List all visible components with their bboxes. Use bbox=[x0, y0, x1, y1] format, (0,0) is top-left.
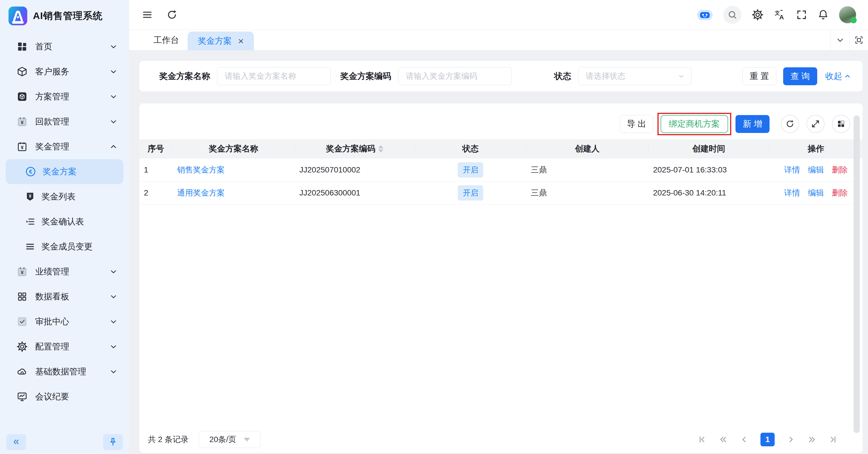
sidebar-subitem-bonus-list[interactable]: ¥ 奖金列表 bbox=[0, 184, 129, 209]
online-status-dot bbox=[850, 17, 857, 23]
detail-link[interactable]: 详情 bbox=[784, 165, 800, 175]
fullscreen-icon[interactable] bbox=[796, 9, 807, 21]
checkbox-icon bbox=[17, 316, 28, 327]
delete-link[interactable]: 删除 bbox=[832, 188, 848, 198]
collapse-filters-link[interactable]: 收起 bbox=[825, 70, 851, 82]
col-header-creator: 创建人 bbox=[526, 143, 649, 154]
sidebar-subitem-bonus-plan[interactable]: € 奖金方案 bbox=[6, 159, 123, 184]
gear-icon bbox=[17, 341, 28, 352]
filter-panel: 奖金方案名称 奖金方案编码 状态 请选择状态 重 置 查 询 bbox=[139, 61, 863, 91]
status-select[interactable]: 请选择状态 bbox=[578, 67, 691, 85]
back-pages-button[interactable] bbox=[718, 435, 727, 444]
sidebar-subitem-bonus-member-change[interactable]: 奖金成员变更 bbox=[0, 234, 129, 259]
forward-pages-button[interactable] bbox=[808, 435, 817, 444]
select-placeholder: 请选择状态 bbox=[586, 71, 625, 82]
bonus-plan-name-link[interactable]: 通用奖金方案 bbox=[177, 188, 225, 198]
pagination-bar: 共 2 条记录 20条/页 1 bbox=[139, 426, 863, 453]
vertical-scrollbar-thumb[interactable] bbox=[854, 115, 860, 433]
sort-carets-icon[interactable] bbox=[378, 145, 383, 152]
pin-icon bbox=[108, 437, 118, 447]
user-avatar[interactable] bbox=[839, 6, 856, 23]
sidebar-item-payment-management[interactable]: ¥ 回款管理 bbox=[0, 109, 129, 134]
col-header-code[interactable]: 奖金方案编码 bbox=[295, 143, 415, 154]
cell-index: 2 bbox=[139, 188, 173, 197]
chevron-down-icon bbox=[109, 267, 118, 276]
settings-gear-icon[interactable] bbox=[752, 9, 764, 21]
sidebar-item-label: 基础数据管理 bbox=[35, 366, 109, 377]
brand[interactable]: AI销售管理系统 bbox=[0, 0, 129, 32]
topbar: 文A bbox=[129, 0, 868, 30]
bell-icon[interactable] bbox=[817, 9, 829, 21]
sidebar-item-meeting-minutes[interactable]: 会议纪要 bbox=[0, 384, 129, 409]
hamburger-menu-icon[interactable] bbox=[142, 9, 153, 21]
sidebar-item-label: 审批中心 bbox=[35, 316, 109, 328]
sidebar-item-base-data-management[interactable]: 基础数据管理 bbox=[0, 359, 129, 384]
sidebar-item-solution-management[interactable]: 方案管理 bbox=[0, 84, 129, 109]
tab-bonus-plan[interactable]: 奖金方案 × bbox=[188, 31, 254, 50]
sidebar-collapse-button[interactable]: « bbox=[6, 434, 26, 450]
sidebar-item-data-dashboard[interactable]: 数据看板 bbox=[0, 284, 129, 309]
sidebar-item-approval-center[interactable]: 审批中心 bbox=[0, 309, 129, 334]
indent-list-icon bbox=[25, 217, 35, 227]
bonus-plan-code-input[interactable] bbox=[398, 67, 512, 85]
reset-button[interactable]: 重 置 bbox=[742, 67, 776, 85]
svg-text:¥: ¥ bbox=[21, 120, 24, 125]
cell-created-at: 2025-06-30 14:20:11 bbox=[648, 188, 769, 197]
cell-creator: 三鼎 bbox=[526, 188, 649, 198]
add-button[interactable]: 新 增 bbox=[736, 115, 770, 133]
sidebar-pin-button[interactable] bbox=[103, 434, 123, 450]
double-chevron-left-icon: « bbox=[13, 436, 19, 447]
translate-icon[interactable]: 文A bbox=[774, 9, 786, 21]
export-button[interactable]: 导 出 bbox=[620, 115, 653, 133]
search-submit-button[interactable]: 查 询 bbox=[783, 67, 817, 85]
page-size-select[interactable]: 20条/页 bbox=[198, 431, 260, 448]
bonus-plan-name-input[interactable] bbox=[217, 67, 331, 85]
delete-link[interactable]: 删除 bbox=[832, 165, 848, 175]
status-badge: 开启 bbox=[458, 185, 483, 201]
search-button[interactable] bbox=[723, 6, 741, 24]
col-header-label: 奖金方案编码 bbox=[326, 143, 375, 154]
sidebar-menu: 首页 客户服务 方案管理 ¥ 回款管 bbox=[0, 32, 129, 409]
sidebar-item-customer-service[interactable]: 客户服务 bbox=[0, 59, 129, 84]
table-refresh-button[interactable] bbox=[781, 115, 799, 133]
bind-opportunity-plan-button[interactable]: 绑定商机方案 bbox=[660, 115, 728, 133]
svg-text:¥: ¥ bbox=[21, 145, 24, 150]
sidebar-item-home[interactable]: 首页 bbox=[0, 34, 129, 59]
tab-workbench[interactable]: 工作台 bbox=[145, 30, 188, 50]
detail-link[interactable]: 详情 bbox=[784, 188, 800, 198]
sidebar: AI销售管理系统 首页 客户服务 方案管理 bbox=[0, 0, 129, 454]
page-number-button[interactable]: 1 bbox=[761, 433, 775, 446]
sidebar-item-label: 奖金管理 bbox=[35, 141, 109, 152]
chevron-down-icon bbox=[836, 35, 845, 45]
status-badge: 开启 bbox=[458, 162, 483, 177]
prev-page-button[interactable] bbox=[740, 435, 748, 444]
tab-label: 工作台 bbox=[154, 34, 179, 46]
bonus-plan-name-link[interactable]: 销售奖金方案 bbox=[177, 165, 225, 175]
next-page-button[interactable] bbox=[786, 435, 796, 444]
edit-link[interactable]: 编辑 bbox=[808, 165, 824, 175]
tab-list-dropdown-button[interactable] bbox=[831, 30, 849, 50]
sidebar-subitem-bonus-confirmation[interactable]: 奖金确认表 bbox=[0, 209, 129, 234]
close-icon[interactable]: × bbox=[238, 36, 244, 46]
app-root: AI销售管理系统 首页 客户服务 方案管理 bbox=[0, 0, 868, 454]
edit-link[interactable]: 编辑 bbox=[808, 188, 824, 198]
table-fullscreen-button[interactable] bbox=[806, 115, 825, 133]
column-settings-button[interactable] bbox=[832, 115, 850, 133]
sidebar-item-label: 会议纪要 bbox=[35, 391, 118, 403]
chevron-up-icon bbox=[109, 142, 118, 151]
sidebar-item-config-management[interactable]: 配置管理 bbox=[0, 334, 129, 359]
filter-status-label: 状态 bbox=[554, 70, 571, 82]
sidebar-item-performance-management[interactable]: ¥ 业绩管理 bbox=[0, 259, 129, 284]
svg-text:€: € bbox=[29, 168, 32, 175]
last-page-button[interactable] bbox=[829, 435, 838, 444]
content-maximize-button[interactable] bbox=[849, 30, 868, 50]
chevron-down-icon bbox=[109, 67, 118, 76]
ai-assistant-robot-icon[interactable] bbox=[696, 6, 713, 23]
expand-arrows-icon bbox=[811, 119, 820, 129]
first-page-button[interactable] bbox=[698, 435, 707, 444]
coin-euro-icon: € bbox=[25, 166, 36, 177]
col-header-name: 奖金方案名称 bbox=[173, 143, 295, 154]
sidebar-item-bonus-management[interactable]: ¥ 奖金管理 bbox=[0, 134, 129, 159]
refresh-icon[interactable] bbox=[166, 9, 178, 21]
calendar-yen-icon: ¥ bbox=[17, 266, 28, 277]
